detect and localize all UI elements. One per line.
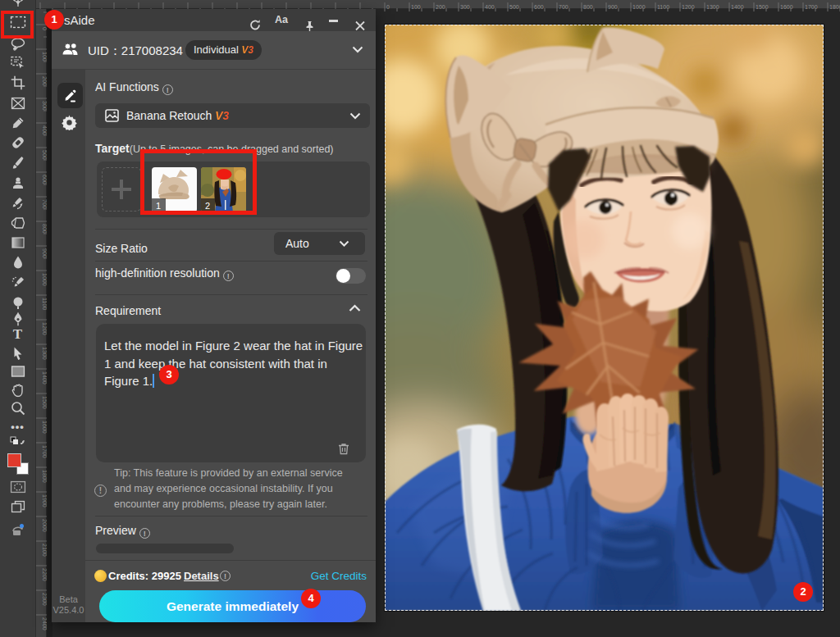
svg-text:700: 700 (559, 4, 568, 10)
svg-text:600: 600 (534, 4, 544, 10)
svg-text:200: 200 (436, 4, 445, 10)
svg-text:900: 900 (608, 4, 618, 10)
svg-text:100: 100 (411, 4, 421, 10)
svg-text:0: 0 (386, 4, 390, 10)
svg-text:300: 300 (460, 4, 470, 10)
svg-text:1800: 1800 (829, 4, 840, 10)
svg-text:400: 400 (485, 4, 495, 10)
svg-text:800: 800 (583, 4, 593, 10)
svg-text:500: 500 (509, 4, 519, 10)
